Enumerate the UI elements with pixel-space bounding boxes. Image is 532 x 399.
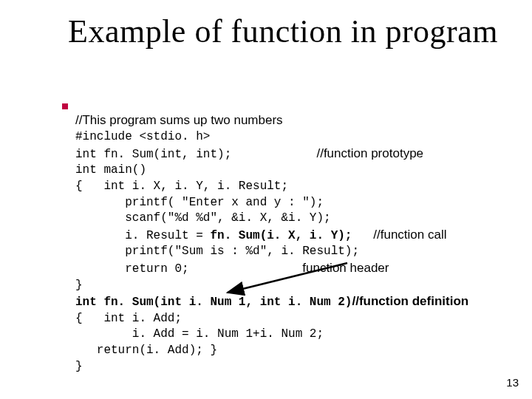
code-line-4: int main() [75, 163, 146, 177]
code-line-10: return 0; [75, 262, 189, 276]
code-line-1: //This program sums up two numbers [75, 113, 283, 127]
code-line-5: { int i. X, i. Y, i. Result; [75, 180, 288, 193]
code-line-2: #include <stdio. h> [75, 130, 210, 143]
slide-title: Example of function in program [68, 15, 498, 49]
code-line-13: { int i. Add; [75, 312, 182, 325]
bullet-icon [62, 103, 68, 109]
annotation-definition: //function definition [352, 294, 468, 308]
code-line-16: } [75, 360, 83, 373]
code-line-8b: fn. Sum(i. X, i. Y); [210, 229, 352, 242]
code-block: //This program sums up two numbers #incl… [75, 96, 510, 375]
code-line-7: scanf("%d %d", &i. X, &i. Y); [75, 211, 331, 225]
code-line-6: printf( "Enter x and y : "); [75, 196, 324, 209]
code-line-3: int fn. Sum(int, int); [75, 148, 231, 161]
code-line-12: int fn. Sum(int i. Num 1, int i. Num 2) [75, 296, 352, 309]
slide: Example of function in program //This pr… [0, 0, 532, 399]
code-line-14: i. Add = i. Num 1+i. Num 2; [75, 327, 324, 341]
code-line-15: return(i. Add); } [75, 344, 217, 357]
code-line-8a: i. Result = [75, 229, 210, 242]
page-number: 13 [506, 376, 519, 389]
code-line-11: } [75, 279, 83, 292]
annotation-header: function header [302, 261, 389, 275]
annotation-call: //function call [373, 228, 446, 242]
code-line-9: printf("Sum is : %d", i. Result); [75, 245, 359, 258]
annotation-prototype: //function prototype [316, 146, 423, 160]
